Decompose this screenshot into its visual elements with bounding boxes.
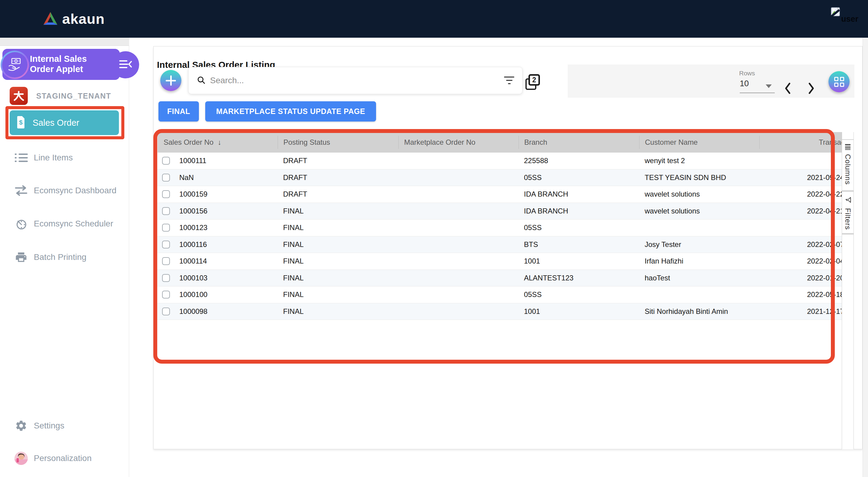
cell-customer-name: Irfan Hafizhi: [639, 257, 760, 265]
document-dollar-icon: $: [16, 116, 25, 130]
table-header: Sales Order No ↓ Posting Status Marketpl…: [158, 132, 842, 152]
page-scrollbar[interactable]: [863, 38, 868, 477]
search-filter-icon[interactable]: [504, 77, 514, 85]
row-checkbox[interactable]: [162, 291, 170, 299]
row-checkbox[interactable]: [162, 190, 170, 198]
tab-filters[interactable]: Filters: [842, 192, 854, 233]
cell-branch: 05SS: [519, 291, 639, 299]
cell-posting-status: FINAL: [278, 240, 398, 249]
tab-columns[interactable]: Columns: [842, 140, 854, 190]
cell-branch: ALANTEST123: [519, 274, 639, 282]
cell-posting-status: FINAL: [278, 291, 398, 299]
sidebar: Internal Sales Order Applet STAGING_TENA…: [0, 46, 129, 477]
sales-order-table: Sales Order No ↓ Posting Status Marketpl…: [158, 132, 842, 320]
cell-sales-order-no: 1000100: [179, 291, 207, 299]
cell-transaction-date: 2022-05-18: [760, 291, 842, 299]
cell-branch: IDA BRANCH: [519, 207, 639, 215]
grid-view-button[interactable]: [829, 71, 849, 92]
column-header-posting-status[interactable]: Posting Status: [278, 136, 398, 149]
tenant-selector[interactable]: STAGING_TENANT: [10, 87, 111, 105]
sidebar-item-batch-printing[interactable]: Batch Printing: [0, 248, 129, 266]
row-checkbox[interactable]: [162, 274, 170, 282]
collapse-menu-icon: [119, 59, 132, 71]
applet-badge: [1, 50, 29, 79]
previous-page-button[interactable]: [784, 82, 791, 96]
cell-sales-order-no: 1000156: [179, 207, 207, 215]
row-checkbox[interactable]: [162, 207, 170, 215]
sort-descending-icon: ↓: [218, 138, 221, 146]
search-input[interactable]: [210, 76, 495, 85]
sidebar-item-label: Sales Order: [33, 118, 80, 128]
table-row[interactable]: 1000103 FINAL ALANTEST123 haoTest 2022-0…: [158, 270, 842, 287]
cell-customer-name: Josy Tester: [639, 240, 760, 249]
table-row[interactable]: 1000116 FINAL BTS Josy Tester 2022-02-07: [158, 236, 842, 253]
cell-sales-order-no: 1000114: [179, 257, 207, 265]
main-panel: Internal Sales Order Listing 2 Rows 10: [153, 46, 863, 449]
row-checkbox[interactable]: [162, 174, 170, 181]
rows-per-page-select[interactable]: 10: [740, 79, 749, 88]
printer-icon: [14, 251, 28, 264]
sidebar-top-gap: [0, 38, 129, 46]
sidebar-item-sales-order[interactable]: $ Sales Order: [10, 110, 119, 135]
cell-posting-status: FINAL: [278, 224, 398, 232]
cell-transaction-date: 2022-02-07: [760, 240, 842, 249]
multi-page-view-icon[interactable]: 2: [525, 74, 540, 90]
cell-posting-status: FINAL: [278, 307, 398, 316]
cell-posting-status: DRAFT: [278, 190, 398, 198]
avatar-photo: [14, 450, 28, 466]
sidebar-item-settings[interactable]: Settings: [0, 417, 129, 435]
user-avatar-button[interactable]: user: [831, 7, 867, 25]
row-checkbox[interactable]: [162, 257, 170, 265]
gear-icon: [14, 419, 28, 432]
add-record-button[interactable]: [160, 70, 181, 91]
sidebar-item-ecomsync-scheduler[interactable]: Ecomsync Scheduler: [0, 215, 129, 233]
sidebar-collapse-button[interactable]: [112, 51, 139, 78]
marketplace-status-update-button[interactable]: MARKETPLACE STATUS UPDATE PAGE: [205, 101, 376, 122]
applet-title: Internal Sales Order Applet: [30, 54, 111, 74]
tab-label: Columns: [843, 154, 852, 185]
cell-customer-name: wavelet solutions: [639, 207, 760, 215]
sidebar-item-ecomsync-dashboard[interactable]: Ecomsync Dashboard: [0, 181, 129, 200]
final-button[interactable]: FINAL: [158, 101, 199, 122]
table-row[interactable]: NaN DRAFT 05SS TEST YEASIN SDN BHD 2021-…: [158, 169, 842, 186]
row-checkbox[interactable]: [162, 241, 170, 248]
row-checkbox[interactable]: [162, 224, 170, 232]
cell-sales-order-no: 1000111: [179, 157, 207, 165]
cell-customer-name: wavelet solutions: [639, 190, 760, 198]
table-row[interactable]: 1000111 DRAFT 225588 wenyit test 2: [158, 152, 842, 169]
column-header-marketplace-order-no[interactable]: Marketplace Order No: [398, 136, 519, 149]
cell-branch: 225588: [519, 157, 639, 165]
column-header-transaction-date[interactable]: Transaction Date: [760, 136, 842, 149]
akaun-logo: akaun: [42, 0, 105, 38]
table-row[interactable]: 1000159 DRAFT IDA BRANCH wavelet solutio…: [158, 186, 842, 203]
cell-posting-status: FINAL: [278, 207, 398, 215]
cell-customer-name: Siti Norhidayah Binti Amin: [639, 307, 760, 316]
cell-transaction-date: 2022-01-20: [760, 274, 842, 282]
sync-arrows-icon: [14, 185, 28, 196]
tab-label: Filters: [843, 208, 852, 230]
column-header-sales-order-no[interactable]: Sales Order No ↓: [158, 136, 278, 149]
sidebar-item-label: Personalization: [34, 453, 91, 463]
chevron-down-icon[interactable]: [766, 84, 772, 88]
row-checkbox[interactable]: [162, 157, 170, 165]
next-page-button[interactable]: [808, 82, 815, 96]
table-row[interactable]: 1000156 FINAL IDA BRANCH wavelet solutio…: [158, 203, 842, 220]
rows-per-page-label: Rows: [739, 70, 755, 77]
table-side-panel: Columns Filters: [842, 132, 854, 449]
table-row[interactable]: 1000098 FINAL 1001 Siti Norhidayah Binti…: [158, 303, 842, 320]
sidebar-item-personalization[interactable]: Personalization: [0, 449, 129, 467]
cell-posting-status: DRAFT: [278, 173, 398, 182]
column-header-branch[interactable]: Branch: [519, 136, 639, 149]
table-row[interactable]: 1000100 FINAL 05SS 2022-05-18: [158, 286, 842, 303]
app-window: akaun user: [0, 0, 868, 477]
row-checkbox[interactable]: [162, 308, 170, 315]
hand-cash-icon: [7, 57, 22, 72]
column-header-customer-name[interactable]: Customer Name: [639, 136, 760, 149]
cell-customer-name: wenyit test 2: [639, 157, 760, 165]
cell-sales-order-no: NaN: [179, 173, 194, 182]
table-row[interactable]: 1000123 FINAL 05SS: [158, 219, 842, 236]
table-row[interactable]: 1000114 FINAL 1001 Irfan Hafizhi 2022-02…: [158, 253, 842, 270]
sidebar-item-line-items[interactable]: Line Items: [0, 149, 129, 167]
tenant-name: STAGING_TENANT: [36, 92, 111, 100]
svg-text:$: $: [19, 119, 23, 126]
